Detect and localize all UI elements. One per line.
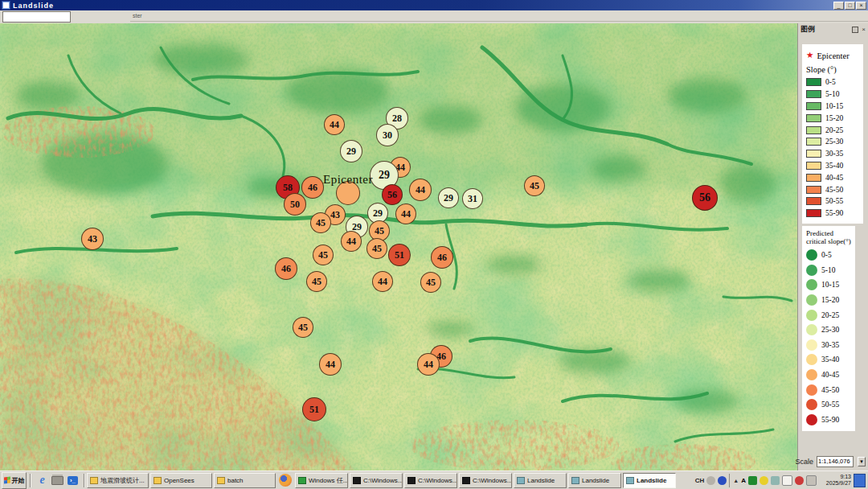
pin-icon[interactable] xyxy=(852,27,858,33)
slope-class-row: 35-40 xyxy=(806,160,861,172)
window-icon xyxy=(626,477,634,484)
start-button[interactable]: 开始 xyxy=(2,472,27,489)
critical-range-label: 55-90 xyxy=(821,416,839,424)
critical-range-label: 0-5 xyxy=(821,251,832,259)
maximize-button[interactable]: □ xyxy=(845,2,855,10)
taskbar-button[interactable]: C:\Windows... xyxy=(350,473,403,488)
close-button[interactable]: × xyxy=(856,2,866,10)
critical-class-row: 45-50 xyxy=(806,382,853,397)
taskbar-button[interactable]: Landslide xyxy=(568,473,621,488)
critical-dot xyxy=(806,324,817,335)
slope-swatch xyxy=(806,90,821,98)
taskbar-divider xyxy=(30,474,31,487)
internet-explorer-icon[interactable]: e xyxy=(36,475,48,487)
taskbar-button-icon xyxy=(353,477,361,484)
critical-dot xyxy=(806,369,817,380)
slope-class-row: 0-5 xyxy=(806,76,861,88)
slope-swatch xyxy=(806,126,821,134)
scale-value[interactable]: 1:1,146,076 xyxy=(817,456,854,467)
taskbar-button-label: batch xyxy=(227,477,244,484)
title-bar[interactable]: Landslide _ □ × xyxy=(0,0,868,10)
language-indicator[interactable]: CH xyxy=(695,477,705,484)
toolbar-input[interactable] xyxy=(2,11,71,23)
critical-dot xyxy=(806,384,817,396)
slope-class-row: 55-90 xyxy=(806,208,861,220)
tray-flag-icon[interactable] xyxy=(782,475,792,486)
critical-dot xyxy=(806,414,817,425)
slope-range-label: 5-10 xyxy=(825,90,839,98)
critical-dot xyxy=(806,265,817,276)
critical-dot xyxy=(806,339,817,351)
minimize-button[interactable]: _ xyxy=(833,2,844,10)
legend-panel: 图例 × ★ Epicenter Slope (°) 0-5 5-10 10-1… xyxy=(797,23,868,471)
slope-marker: 31 xyxy=(462,188,483,209)
slope-marker: 45 xyxy=(310,212,331,233)
toolbar: ster xyxy=(0,10,868,24)
tray-sync-icon[interactable] xyxy=(760,476,768,485)
slope-range-label: 35-40 xyxy=(825,162,843,170)
tray-icons: ▲ A 9:13 2025/9/27 xyxy=(729,474,866,487)
slope-marker: 56 xyxy=(382,184,403,205)
taskbar-button[interactable]: Windows 任... xyxy=(295,473,348,488)
slope-swatch xyxy=(806,197,821,205)
windows-flag-icon xyxy=(4,477,10,484)
taskbar-button[interactable]: batch xyxy=(214,473,276,488)
tray-clock[interactable]: 9:13 2025/9/27 xyxy=(819,474,851,487)
taskbar-button-icon xyxy=(517,477,525,484)
epicenter-label: Epicenter xyxy=(323,173,373,187)
taskbar-button-label: OpenSees xyxy=(164,477,194,484)
slope-class-row: 25-30 xyxy=(806,136,861,148)
slope-swatch xyxy=(806,209,821,217)
slope-marker: 45 xyxy=(313,244,334,265)
slope-marker: 46 xyxy=(275,257,297,280)
slope-class-row: 5-10 xyxy=(806,88,861,101)
taskbar-button-label: 地震滑坡统计... xyxy=(100,476,145,485)
powershell-icon[interactable]: ›_ xyxy=(67,475,79,487)
taskbar-button-label: C:\Windows... xyxy=(363,477,403,484)
taskbar-button-active[interactable]: Landslide xyxy=(623,473,676,488)
network-icon[interactable] xyxy=(854,474,866,487)
slope-swatch xyxy=(806,186,821,194)
start-label: 开始 xyxy=(12,476,25,485)
window-title: Landslide xyxy=(13,2,54,10)
panel-close-icon[interactable]: × xyxy=(862,27,866,33)
toolbar-text: ster xyxy=(133,13,142,18)
slope-swatch xyxy=(806,174,821,182)
critical-legend-title: Predicted critical slope(°) xyxy=(806,229,853,245)
slope-marker: 43 xyxy=(81,228,104,250)
critical-class-row: 20-25 xyxy=(806,307,853,323)
taskbar-button[interactable]: C:\Windows... xyxy=(404,473,457,488)
taskbar-button-icon xyxy=(462,477,470,484)
tray-window-icon[interactable] xyxy=(806,475,817,486)
tray-green-icon[interactable] xyxy=(748,476,757,485)
slope-marker: 30 xyxy=(376,124,399,146)
slope-class-row: 40-45 xyxy=(806,171,861,183)
critical-range-label: 50-55 xyxy=(821,401,839,409)
slope-swatch xyxy=(806,138,821,146)
printer-icon[interactable] xyxy=(51,475,63,487)
taskbar-button[interactable]: 地震滑坡统计... xyxy=(87,473,149,488)
tray-teal-icon[interactable] xyxy=(771,476,780,485)
slope-marker: 29 xyxy=(340,140,362,162)
slope-marker: 44 xyxy=(341,231,362,252)
slope-marker: 44 xyxy=(409,179,432,201)
slope-swatch xyxy=(806,78,821,86)
firefox-icon[interactable] xyxy=(279,474,292,487)
volume-icon[interactable] xyxy=(706,476,715,485)
taskbar-button[interactable]: C:\Windows... xyxy=(459,473,512,488)
critical-dot xyxy=(806,354,817,365)
slope-marker: 51 xyxy=(302,397,326,421)
tray-letter-icon[interactable]: A xyxy=(741,477,746,484)
slope-range-label: 20-25 xyxy=(825,126,843,134)
toolbar-rule xyxy=(130,21,868,22)
taskbar-button[interactable]: OpenSees xyxy=(150,473,212,488)
tray-expand-icon[interactable]: ▲ xyxy=(733,478,739,483)
taskbar-button[interactable]: Landslide xyxy=(514,473,567,488)
scale-dropdown-icon[interactable]: ▼ xyxy=(858,457,866,466)
critical-range-label: 20-25 xyxy=(821,311,839,319)
map-canvas[interactable]: 4428302944294458465056293145564343294445… xyxy=(0,23,797,471)
help-icon[interactable] xyxy=(718,476,727,485)
tray-mute-icon[interactable] xyxy=(795,476,804,485)
taskbar-button-icon xyxy=(154,477,162,484)
slope-marker: 46 xyxy=(431,246,453,269)
